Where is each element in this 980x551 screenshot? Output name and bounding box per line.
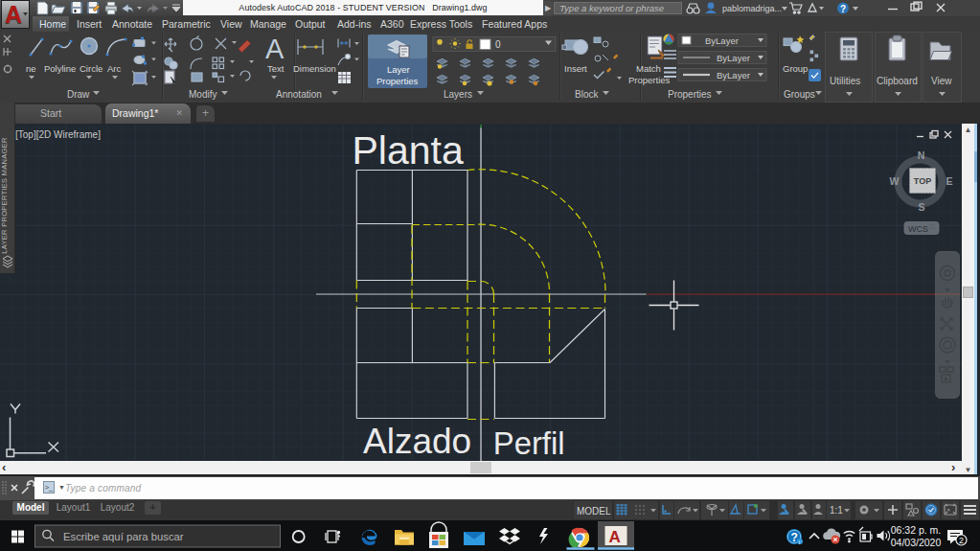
svg-text:Polyline: Polyline — [44, 63, 76, 74]
svg-text:Properties: Properties — [376, 76, 419, 86]
svg-text:?: ? — [791, 531, 798, 544]
svg-text:Escribe aquí para buscar: Escribe aquí para buscar — [63, 531, 184, 542]
svg-text:04/03/2020: 04/03/2020 — [891, 537, 942, 548]
svg-text:N: N — [918, 149, 925, 161]
svg-text:Layer: Layer — [387, 64, 410, 75]
svg-text:W: W — [890, 175, 900, 187]
svg-text:A: A — [265, 34, 285, 64]
svg-text:ByLayer: ByLayer — [705, 35, 739, 46]
svg-text:Arc: Arc — [107, 63, 122, 74]
svg-text:Circle: Circle — [80, 63, 103, 74]
svg-text:Text: Text — [267, 63, 285, 74]
svg-text:Utilities: Utilities — [830, 76, 860, 86]
svg-text:Annotation: Annotation — [276, 89, 322, 100]
svg-text:2: 2 — [959, 536, 964, 545]
svg-text:ByLayer: ByLayer — [717, 53, 750, 63]
svg-text:06:32 p. m.: 06:32 p. m. — [891, 524, 942, 536]
svg-text:ne: ne — [26, 63, 36, 74]
svg-text:?: ? — [840, 4, 846, 14]
svg-text:TOP: TOP — [914, 176, 931, 186]
svg-text:A: A — [5, 1, 22, 28]
svg-text:pablomadriga...: pablomadriga... — [722, 4, 782, 13]
svg-text:Draw: Draw — [67, 89, 90, 100]
svg-text:Clipboard: Clipboard — [877, 76, 918, 86]
svg-text:Alzado: Alzado — [363, 422, 471, 461]
svg-text:Layers: Layers — [444, 89, 472, 100]
svg-text:Properties: Properties — [668, 89, 712, 100]
svg-text:0: 0 — [495, 39, 501, 50]
svg-text:Block: Block — [575, 89, 599, 100]
svg-text:Modify: Modify — [189, 89, 217, 100]
svg-text:[Top][2D Wireframe]: [Top][2D Wireframe] — [15, 129, 101, 140]
svg-text:Match: Match — [636, 63, 661, 74]
svg-text:ByLayer: ByLayer — [717, 70, 750, 80]
svg-text:Planta: Planta — [353, 128, 464, 172]
svg-text:Groups: Groups — [784, 89, 815, 100]
svg-text:View: View — [931, 76, 952, 86]
svg-text:Dimension: Dimension — [293, 63, 336, 74]
svg-text:Insert: Insert — [564, 63, 587, 74]
svg-text:1:1: 1:1 — [830, 505, 843, 516]
svg-text:i: i — [799, 540, 800, 545]
svg-text:S: S — [918, 201, 924, 213]
svg-text:A: A — [609, 528, 621, 546]
svg-text:Group: Group — [783, 63, 808, 74]
svg-text:E: E — [946, 175, 952, 187]
svg-text:Perfil: Perfil — [493, 425, 565, 461]
svg-text:WCS: WCS — [908, 224, 928, 234]
svg-text:MODEL: MODEL — [577, 506, 611, 517]
